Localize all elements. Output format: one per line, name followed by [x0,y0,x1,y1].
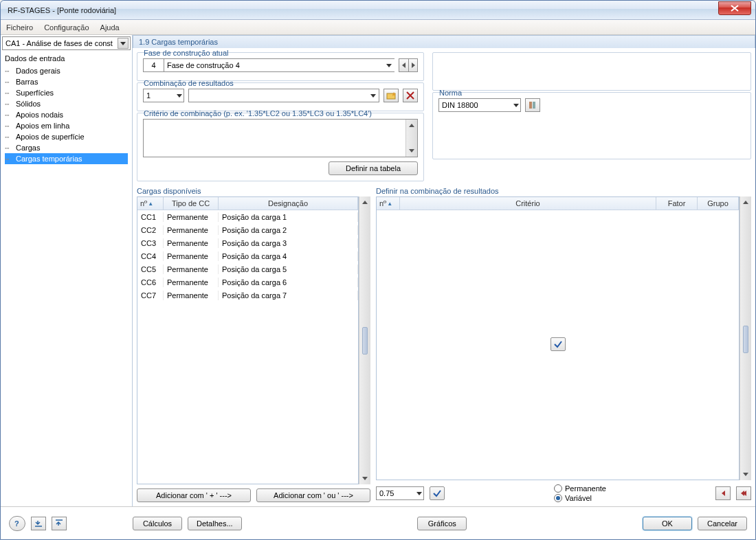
graphics-button[interactable]: Gráficos [417,517,467,530]
combo-results-group: Combinação de resultados 1 [137,82,424,111]
cancel-button[interactable]: Cancelar [698,517,747,530]
menu-config[interactable]: Configuração [44,23,89,32]
factor-combo[interactable]: 0.75 [376,486,424,500]
book-icon [528,100,537,110]
tree-item-label: Apoios em linha [14,122,71,130]
phase-prev-button[interactable] [399,58,408,72]
define-scrollbar[interactable] [740,196,751,480]
table-row[interactable]: CC6PermanentePosição da carga 6 [137,275,358,289]
tree-item-label: Cargas temporárias [14,155,84,163]
tree-item-label: Apoios nodais [14,111,65,119]
svg-rect-3 [533,102,535,109]
tree-item[interactable]: ⋯Sólidos [5,98,128,109]
norm-library-button[interactable] [525,98,540,112]
table-row[interactable]: CC4PermanentePosição da carga 4 [137,249,358,262]
tree-item[interactable]: ⋯Apoios nodais [5,109,128,120]
phase-number[interactable]: 4 [143,58,164,72]
tree-header: Dados de entrada [1,52,132,65]
svg-text:?: ? [14,519,19,528]
define-combo-legend: Definir na combinação de resultados [376,185,751,196]
tree-item[interactable]: ⋯Barras [5,76,128,87]
available-loads-legend: Cargas disponíveis [137,185,370,196]
available-loads-grid[interactable]: nº▲ Tipo de CC Designação CC1PermanenteP… [137,196,359,484]
tree-item-label: Dados gerais [14,67,62,75]
check-icon [432,488,442,498]
tree-item-label: Cargas [14,144,41,152]
nav-next-icon [54,519,64,528]
table-row[interactable]: CC1PermanentePosição da carga 1 [137,210,358,223]
factor-value: 0.75 [379,489,394,497]
phase-combo[interactable]: Fase de construção 4 [164,58,394,72]
analysis-case-combo[interactable]: CA1 - Análise de fases de const [2,36,131,50]
phase-next-button[interactable] [408,58,418,72]
norm-value: DIN 18800 [442,101,478,109]
tree-item[interactable]: ⋯Superfícies [5,87,128,98]
remove-all-button[interactable] [736,486,751,500]
help-button[interactable]: ? [9,516,25,531]
folder-star-icon [386,91,396,100]
grid-check-button[interactable] [551,337,566,351]
sidebar: CA1 - Análise de fases de const Dados de… [1,35,133,506]
apply-factor-button[interactable] [430,486,445,500]
delete-icon [406,91,414,100]
scrollbar[interactable] [405,120,417,157]
define-combo-grid[interactable]: nº▲ Critério Fator Grupo [376,196,740,480]
phase-stepper[interactable] [399,58,418,72]
phase-group: Fase de construção atual 4 Fase de const… [137,52,424,81]
table-row[interactable]: CC3PermanentePosição da carga 3 [137,236,358,249]
tree-item-label: Sólidos [14,100,42,108]
menu-help[interactable]: Ajuda [100,23,120,32]
window-title: RF-STAGES - [Ponte rodoviária] [8,6,718,14]
svg-rect-2 [529,102,532,109]
tree-item[interactable]: ⋯Apoios em linha [5,120,128,131]
footer: ? Cálculos Detalhes... Gráficos OK Cance… [1,506,755,539]
add-with-plus-button[interactable]: Adicionar com ' + ' ---> [137,488,251,502]
norm-group: Norma DIN 18800 [432,92,751,159]
table-row[interactable]: CC5PermanentePosição da carga 5 [137,262,358,275]
tree-item-label: Apoios de superfície [14,133,86,141]
radio-variavel[interactable]: Variável [554,494,606,502]
page-title: 1.9 Cargas temporárias [133,35,755,48]
nav-prev-button[interactable] [31,517,46,530]
tree-item[interactable]: ⋯Apoios de superfície [5,131,128,142]
phase-label: Fase de construção 4 [167,61,240,69]
new-combo-button[interactable] [383,89,399,102]
chevron-down-icon [118,38,129,49]
combo-result-number[interactable]: 1 [143,89,184,102]
analysis-case-value: CA1 - Análise de fases de const [5,39,113,47]
remove-button[interactable] [715,486,731,500]
define-in-table-button[interactable]: Definir na tabela [329,161,418,175]
norm-combo[interactable]: DIN 18800 [438,98,521,112]
table-row[interactable]: CC2PermanentePosição da carga 2 [137,223,358,236]
empty-group [432,52,751,91]
radio-permanente[interactable]: Permanente [554,484,606,493]
calc-button[interactable]: Cálculos [133,517,182,530]
ok-button[interactable]: OK [643,517,692,530]
tree-item[interactable]: ⋯Dados gerais [5,65,128,76]
tree-item[interactable]: ⋯Cargas [5,142,128,153]
menu-file[interactable]: Ficheiro [6,23,33,32]
table-row[interactable]: CC7PermanentePosição da carga 7 [137,289,358,302]
menubar: Ficheiro Configuração Ajuda [1,20,755,35]
details-button[interactable]: Detalhes... [188,517,242,530]
tree-item-label: Barras [14,78,39,86]
check-icon [553,339,563,349]
available-scrollbar[interactable] [359,196,370,484]
nav-next-button[interactable] [52,517,67,530]
tree-item-label: Superfícies [14,89,55,97]
tree-item[interactable]: ⋯Cargas temporárias [5,153,128,164]
close-button[interactable] [718,1,751,15]
criteria-group: Critério de combinação (p. ex. '1.35*LC2… [137,113,424,181]
nav-prev-icon [34,519,43,528]
add-with-or-button[interactable]: Adicionar com ' ou ' ---> [256,488,370,502]
combo-result-name[interactable] [188,89,379,102]
criteria-textarea[interactable] [143,119,418,157]
nav-tree: ⋯Dados gerais⋯Barras⋯Superfícies⋯Sólidos… [1,65,132,168]
help-icon: ? [12,519,22,528]
titlebar: RF-STAGES - [Ponte rodoviária] [1,1,755,20]
delete-combo-button[interactable] [403,89,418,102]
